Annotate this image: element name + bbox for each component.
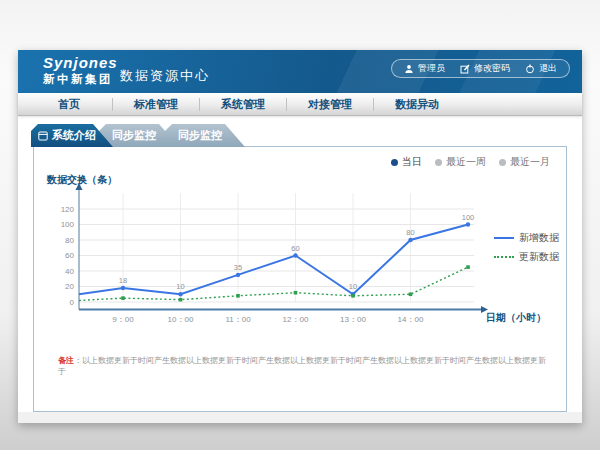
- y-axis-title: 数据交换（条）: [46, 174, 117, 185]
- data-point: [236, 273, 240, 277]
- legend-label: 新增数据: [519, 231, 559, 245]
- data-point-label: 10: [349, 282, 357, 291]
- main-nav: 首页 标准管理 系统管理 对接管理 数据异动: [18, 93, 582, 116]
- document-icon: [38, 131, 48, 141]
- data-point-label: 60: [291, 244, 299, 253]
- legend-item-update-data[interactable]: 更新数据: [494, 250, 559, 264]
- y-tick-label: 0: [70, 298, 75, 307]
- page-title: 数据资源中心: [120, 67, 210, 85]
- admin-user-label: 管理员: [418, 62, 445, 75]
- y-tick-label: 60: [65, 251, 74, 260]
- nav-item-data-change[interactable]: 数据异动: [374, 97, 460, 112]
- footnote: 备注：以上数据更新于时间产生数据以上数据更新于时间产生数据以上数据更新于时间产生…: [58, 355, 550, 377]
- chart-panel: 当日 最近一周 最近一月 9：0010：0011：0012：0013：0014：…: [33, 146, 567, 412]
- logo-subtitle: 新中新集团: [43, 73, 118, 85]
- data-point: [121, 286, 125, 290]
- data-point: [178, 292, 182, 296]
- footnote-text: ：以上数据更新于时间产生数据以上数据更新于时间产生数据以上数据更新于时间产生数据…: [58, 356, 546, 376]
- app-window: Synjones 新中新集团 数据资源中心 管理员 修改密码: [18, 50, 582, 423]
- y-tick-label: 100: [61, 220, 75, 229]
- logout-label: 退出: [539, 62, 557, 75]
- desktop-background: Synjones 新中新集团 数据资源中心 管理员 修改密码: [0, 0, 600, 450]
- power-icon: [525, 64, 535, 74]
- x-tick-label: 12：00: [283, 315, 309, 324]
- x-tick-label: 13：00: [340, 315, 366, 324]
- data-point: [236, 294, 240, 298]
- tab-bar: 系统介绍 同步监控 同步监控: [31, 124, 245, 147]
- y-tick-label: 40: [65, 267, 74, 276]
- logo-title: Synjones: [43, 55, 118, 71]
- nav-item-system-mgmt[interactable]: 系统管理: [200, 97, 286, 112]
- tab-label: 系统介绍: [52, 128, 96, 143]
- legend-label: 更新数据: [519, 250, 559, 264]
- data-point: [293, 253, 297, 257]
- tab-label: 同步监控: [178, 128, 222, 143]
- logout-button[interactable]: 退出: [525, 62, 557, 75]
- edit-icon: [460, 64, 470, 74]
- data-point-label: 35: [234, 263, 242, 272]
- y-tick-label: 80: [65, 236, 74, 245]
- y-tick-label: 120: [61, 205, 75, 214]
- admin-user-button[interactable]: 管理员: [404, 62, 445, 75]
- change-password-label: 修改密码: [474, 62, 510, 75]
- x-tick-label: 11：00: [225, 315, 251, 324]
- legend-solid-line-icon: [494, 237, 514, 239]
- data-point: [351, 294, 355, 298]
- data-point: [121, 296, 125, 300]
- data-point-label: 18: [119, 276, 127, 285]
- x-tick-label: 14：00: [398, 315, 424, 324]
- tab-label: 同步监控: [112, 128, 156, 143]
- legend-dotted-line-icon: [494, 256, 514, 258]
- page-footer-strip: [18, 412, 582, 423]
- data-point-label: 100: [462, 213, 475, 222]
- x-tick-label: 10：00: [168, 315, 194, 324]
- data-point: [466, 265, 470, 269]
- data-point: [466, 222, 470, 226]
- tab-sync-monitor-1[interactable]: 同步监控: [99, 124, 179, 147]
- user-icon: [404, 64, 414, 74]
- data-point: [408, 238, 412, 242]
- tab-sync-monitor-2[interactable]: 同步监控: [165, 124, 245, 147]
- x-tick-label: 9：00: [112, 315, 134, 324]
- change-password-button[interactable]: 修改密码: [460, 62, 510, 75]
- footnote-label: 备注: [58, 356, 74, 365]
- data-point: [294, 291, 298, 295]
- nav-item-standard-mgmt[interactable]: 标准管理: [113, 97, 199, 112]
- y-tick-label: 20: [65, 282, 74, 291]
- nav-item-connection-mgmt[interactable]: 对接管理: [287, 97, 373, 112]
- data-point-label: 10: [176, 282, 184, 291]
- data-point-label: 80: [406, 228, 414, 237]
- line-chart-svg: 9：0010：0011：0012：0013：0014：0002040608010…: [34, 147, 566, 347]
- data-point: [179, 298, 183, 302]
- nav-item-home[interactable]: 首页: [26, 97, 112, 112]
- app-header: Synjones 新中新集团 数据资源中心 管理员 修改密码: [18, 50, 582, 93]
- chart-legend: 新增数据 更新数据: [494, 231, 559, 264]
- synjones-logo[interactable]: Synjones 新中新集团: [43, 55, 118, 85]
- user-menu: 管理员 修改密码 退出: [391, 59, 570, 78]
- legend-item-new-data[interactable]: 新增数据: [494, 231, 559, 245]
- x-axis-title: 日期（小时）: [486, 312, 546, 323]
- data-point: [409, 292, 413, 296]
- tab-system-intro[interactable]: 系统介绍: [31, 124, 113, 147]
